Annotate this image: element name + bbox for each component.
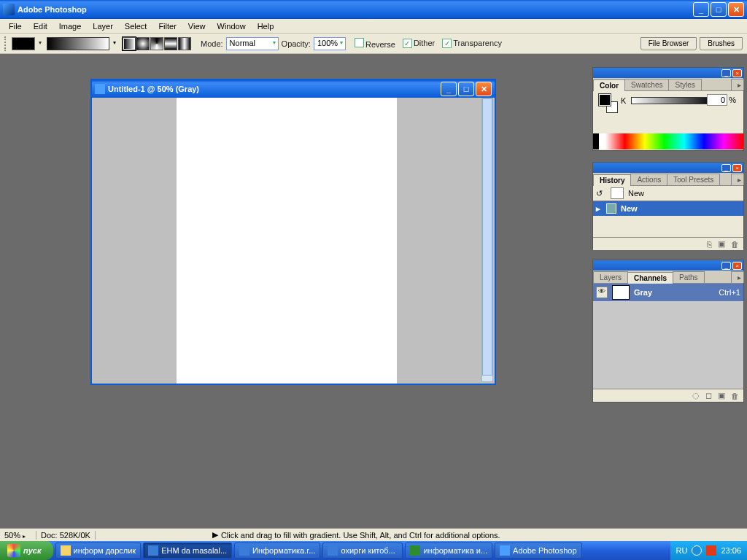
- visibility-icon[interactable]: 👁: [596, 287, 608, 298]
- mode-dropdown[interactable]: Normal: [226, 37, 279, 50]
- channel-thumb: [612, 285, 630, 300]
- menu-help[interactable]: Help: [252, 20, 280, 32]
- word-icon: [328, 545, 338, 556]
- tab-history[interactable]: History: [593, 174, 631, 186]
- history-snapshot-row[interactable]: ↺ New: [593, 186, 743, 201]
- transparency-checkbox[interactable]: ✓: [442, 39, 452, 48]
- window-minimize-button[interactable]: _: [693, 2, 709, 17]
- panel-minimize-icon[interactable]: _: [721, 69, 731, 77]
- tray-icon-1[interactable]: [692, 545, 702, 556]
- color-panel-titlebar[interactable]: _×: [593, 68, 743, 78]
- new-channel-icon[interactable]: ▣: [718, 391, 725, 400]
- menu-edit[interactable]: Edit: [28, 20, 53, 32]
- taskbar-item-5[interactable]: Adobe Photoshop: [495, 542, 581, 559]
- language-indicator[interactable]: RU: [676, 546, 688, 555]
- doc-close-button[interactable]: ✕: [476, 82, 492, 96]
- panel-minimize-icon[interactable]: _: [721, 262, 731, 270]
- tab-actions[interactable]: Actions: [630, 174, 667, 185]
- history-panel: _× History Actions Tool Presets ▸ ↺ New …: [592, 162, 744, 249]
- canvas[interactable]: [177, 98, 397, 384]
- tool-preset-picker[interactable]: [12, 37, 35, 50]
- channels-panel-footer: ◌ ◻ ▣ 🗑: [593, 389, 743, 402]
- channels-empty-area: [593, 301, 743, 389]
- taskbar-item-3[interactable]: охирги китоб...: [322, 542, 403, 559]
- gradient-radial-button[interactable]: [136, 37, 150, 50]
- tab-layers[interactable]: Layers: [593, 271, 628, 283]
- start-button[interactable]: пуск: [0, 541, 53, 560]
- tab-swatches[interactable]: Swatches: [624, 79, 669, 90]
- trash-icon[interactable]: 🗑: [731, 392, 739, 400]
- snapshot-label: New: [628, 189, 644, 198]
- snapshot-thumb: [611, 187, 624, 199]
- new-snapshot-icon[interactable]: ▣: [718, 239, 725, 249]
- document-scrollbar[interactable]: [481, 98, 493, 382]
- doc-minimize-button[interactable]: _: [441, 82, 457, 96]
- panel-menu-icon[interactable]: ▸: [731, 174, 744, 185]
- tab-paths[interactable]: Paths: [673, 271, 705, 283]
- gradient-picker[interactable]: [47, 37, 109, 50]
- document-titlebar[interactable]: Untitled-1 @ 50% (Gray) _ □ ✕: [92, 80, 495, 98]
- menu-select[interactable]: Select: [119, 20, 153, 32]
- status-hint: Click and drag to fill with gradient. Us…: [221, 531, 500, 540]
- tray-icon-2[interactable]: [706, 545, 716, 556]
- app-titlebar: Adobe Photoshop _ □ ✕: [0, 0, 747, 19]
- menu-layer[interactable]: Layer: [87, 20, 119, 32]
- gradient-reflected-button[interactable]: [164, 37, 177, 50]
- word-icon: [239, 545, 249, 556]
- gradient-diamond-button[interactable]: [178, 37, 191, 50]
- k-slider[interactable]: [631, 97, 714, 104]
- doc-maximize-button[interactable]: □: [458, 82, 474, 96]
- mode-label: Mode:: [201, 39, 223, 48]
- window-close-button[interactable]: ✕: [728, 2, 744, 17]
- word-icon: [148, 545, 158, 556]
- tab-tool-presets[interactable]: Tool Presets: [667, 174, 720, 185]
- dither-checkbox[interactable]: ✓: [403, 39, 412, 48]
- color-ramp[interactable]: [593, 133, 743, 149]
- channels-panel: _× Layers Channels Paths ▸ 👁 Gray Ctrl+1…: [592, 260, 744, 402]
- tab-channels[interactable]: Channels: [627, 272, 673, 284]
- reverse-checkbox[interactable]: [355, 38, 364, 47]
- menu-view[interactable]: View: [182, 20, 212, 32]
- menu-image[interactable]: Image: [53, 20, 88, 32]
- gradient-angle-button[interactable]: [150, 37, 163, 50]
- history-panel-titlebar[interactable]: _×: [593, 163, 743, 173]
- new-doc-icon[interactable]: ⎘: [707, 240, 712, 249]
- panel-minimize-icon[interactable]: _: [721, 164, 731, 172]
- zoom-field[interactable]: 50% ▸: [0, 531, 36, 540]
- panel-menu-icon[interactable]: ▸: [731, 79, 744, 90]
- trash-icon[interactable]: 🗑: [731, 240, 739, 249]
- color-panel: _× Color Swatches Styles ▸ %: [592, 67, 744, 151]
- status-bar: 50% ▸ Doc: 528K/0K ▶ Click and drag to f…: [0, 528, 747, 541]
- panel-close-icon[interactable]: ×: [732, 69, 742, 77]
- taskbar-item-2[interactable]: Информатика.r...: [234, 542, 320, 559]
- channel-row-gray[interactable]: 👁 Gray Ctrl+1: [593, 284, 743, 301]
- opacity-field[interactable]: 100%: [314, 37, 346, 50]
- taskbar-item-4[interactable]: информатика и...: [405, 542, 492, 559]
- menu-window[interactable]: Window: [212, 20, 252, 32]
- channels-panel-titlebar[interactable]: _×: [593, 260, 743, 271]
- gradient-linear-button[interactable]: [123, 37, 136, 50]
- brushes-tab[interactable]: Brushes: [700, 37, 743, 50]
- tab-styles[interactable]: Styles: [668, 79, 701, 90]
- tab-color[interactable]: Color: [593, 79, 625, 91]
- color-fgbg-swatch[interactable]: [599, 94, 621, 116]
- taskbar-item-1[interactable]: EHM da masalal...: [143, 542, 232, 559]
- clock[interactable]: 23:06: [721, 546, 741, 555]
- options-drag-handle[interactable]: [4, 36, 9, 51]
- panel-close-icon[interactable]: ×: [732, 164, 742, 172]
- k-value-input[interactable]: [707, 94, 727, 106]
- panel-menu-icon[interactable]: ▸: [731, 271, 744, 283]
- history-state-row[interactable]: New: [593, 201, 743, 216]
- taskbar: пуск информ дарслик EHM da masalal... Ин…: [0, 541, 747, 560]
- window-maximize-button[interactable]: □: [711, 2, 727, 17]
- doc-size-label[interactable]: Doc: 528K/0K: [36, 531, 96, 540]
- file-browser-tab[interactable]: File Browser: [640, 37, 697, 50]
- menu-file[interactable]: File: [3, 20, 28, 32]
- load-selection-icon[interactable]: ◌: [692, 391, 700, 400]
- excel-icon: [410, 545, 420, 556]
- taskbar-item-0[interactable]: информ дарслик: [55, 542, 142, 559]
- menu-filter[interactable]: Filter: [152, 20, 182, 32]
- pct-label: %: [729, 96, 736, 104]
- panel-close-icon[interactable]: ×: [732, 262, 742, 270]
- save-selection-icon[interactable]: ◻: [705, 391, 712, 400]
